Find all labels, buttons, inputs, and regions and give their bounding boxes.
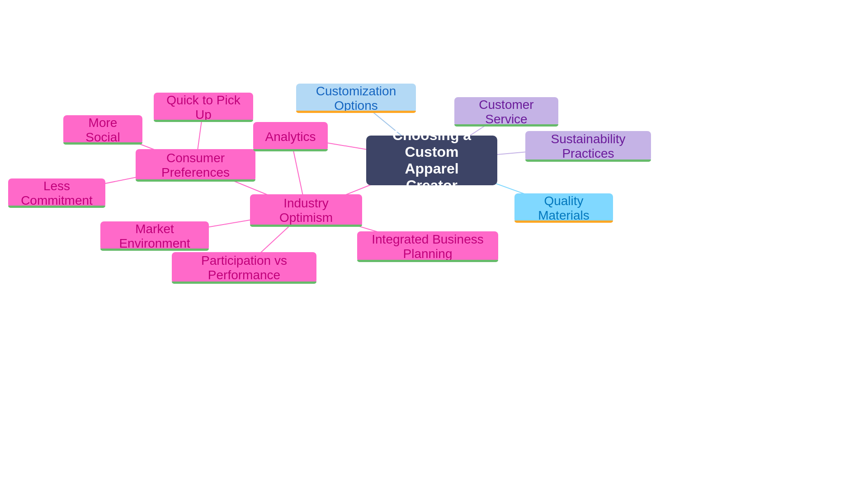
consumer-preferences-label: Consumer Preferences	[148, 151, 243, 180]
less-commitment-label: Less Commitment	[21, 179, 93, 208]
quick-to-pick-up-node[interactable]: Quick to Pick Up	[154, 93, 253, 122]
customization-options-node[interactable]: Customization Options	[296, 84, 416, 113]
integrated-business-planning-label: Integrated Business Planning	[370, 232, 486, 261]
industry-optimism-label: Industry Optimism	[263, 196, 349, 225]
customization-options-label: Customization Options	[309, 84, 403, 113]
market-environment-label: Market Environment	[113, 222, 196, 251]
central-label: Choosing a Custom Apparel Creator	[379, 127, 485, 194]
less-commitment-node[interactable]: Less Commitment	[8, 178, 105, 208]
market-environment-node[interactable]: Market Environment	[100, 221, 209, 251]
consumer-preferences-node[interactable]: Consumer Preferences	[136, 149, 255, 182]
participation-vs-performance-node[interactable]: Participation vs Performance	[172, 252, 316, 284]
customer-service-label: Customer Service	[467, 98, 546, 127]
customer-service-node[interactable]: Customer Service	[454, 97, 558, 127]
participation-vs-performance-label: Participation vs Performance	[184, 253, 304, 282]
integrated-business-planning-node[interactable]: Integrated Business Planning	[357, 231, 498, 262]
sustainability-practices-node[interactable]: Sustainability Practices	[525, 131, 651, 162]
more-social-node[interactable]: More Social	[63, 115, 142, 145]
more-social-label: More Social	[76, 116, 130, 145]
central-node[interactable]: Choosing a Custom Apparel Creator	[366, 136, 497, 185]
industry-optimism-node[interactable]: Industry Optimism	[250, 194, 362, 227]
quick-to-pick-up-label: Quick to Pick Up	[166, 93, 241, 122]
quality-materials-node[interactable]: Quality Materials	[514, 193, 613, 223]
quality-materials-label: Quality Materials	[527, 194, 600, 223]
analytics-node[interactable]: Analytics	[253, 122, 328, 151]
analytics-label: Analytics	[265, 130, 316, 144]
sustainability-practices-label: Sustainability Practices	[538, 132, 638, 161]
